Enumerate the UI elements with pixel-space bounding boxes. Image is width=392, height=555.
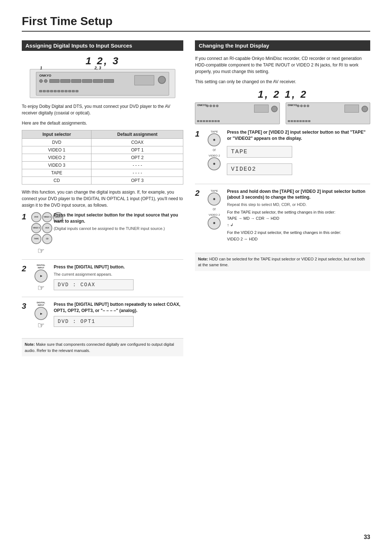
right-receiver-diagrams: ONKYO ONKYO [195,102,370,124]
digital-input-label-1: DIGITALINPUT [37,264,45,269]
dvd-selector-btn[interactable]: DVD [31,212,41,222]
tape-order-label: For the TAPE input selector, the setting… [227,210,335,214]
receiver-display [134,75,154,85]
right-step-nums: 1, 2 1, 2 [195,89,370,100]
recv-brand-r2: ONKYO [288,104,297,106]
right-body-text-2: This setting can only be changed on the … [195,78,370,85]
step-3-icon: DIGITALINPUT ▶ ☞ [32,301,50,329]
table-row: VIDEO 2OPT 2 [22,154,183,162]
hand-press-icon-2: ☞ [37,284,45,292]
left-section-header: Assigning Digital Inputs to Input Source… [22,40,183,51]
recv-display-r1 [254,105,269,113]
recv-brand-r1: ONKYO [197,104,207,106]
recv-knob-r2[interactable] [362,106,368,112]
video2-selector-right-btn[interactable]: ◉ [208,157,221,170]
step-3-title: Press the [DIGITAL INPUT] button repeate… [54,301,183,314]
video2-hold-btn-group: VIDEO 2 ◉ [208,212,221,230]
step-1-number: 1 [22,212,28,222]
hand-press-icon: ☞ [37,246,45,255]
left-body-text-1: To enjoy Dolby Digital and DTS, you must… [22,103,183,116]
digital-input-btn-2[interactable]: ▶ [34,307,48,320]
assignment-table: Input selector Default assignment DVDCOA… [22,130,183,185]
table-row: VIDEO 3- - - - [22,162,183,169]
step-1-icon: DVD VIDEO 1 VIDEO 2 VIDEO 3 AUX TAPE CD … [32,212,50,255]
step-2-icon: DIGITALINPUT ▶ ☞ [32,264,50,292]
table-cell-input: CD [22,177,91,185]
receiver-brand-label: ONKYO [39,74,51,77]
digital-input-label-2: DIGITALINPUT [37,301,45,306]
tape-selector-right-btn[interactable]: ◉ [208,133,221,146]
tape-hold-label: TAPE [211,189,218,193]
left-note-text: Make sure that components connected digi… [25,342,174,353]
right-note-text: HDD can be selected for the TAPE input s… [198,257,365,267]
video2-btn-group: VIDEO 2 ◉ [208,153,221,170]
tape-video-displays: TAPE VIDEO2 [227,144,370,177]
table-row: VIDEO 1OPT 1 [22,146,183,154]
tape-hold-btn[interactable]: ◉ [208,193,221,206]
video2-display: VIDEO2 [227,163,292,175]
step-2-title: Press the [DIGITAL INPUT] button. [54,264,183,270]
right-step-1: 1 TAPE ◉ or VIDEO 2 ◉ Press the [TAPE] o… [195,129,370,184]
table-row: DVDCOAX [22,139,183,146]
or-label-1: or [213,148,216,152]
table-cell-input: TAPE [22,169,91,177]
step-2-content: Press the [DIGITAL INPUT] button. The cu… [54,264,183,292]
recv-display-r2 [344,105,359,113]
right-step-1-number: 1 [195,129,201,139]
right-step-2: 2 TAPE ◉ or VIDEO 2 ◉ Press and hold dow… [195,189,370,248]
right-step-2-number: 2 [195,189,201,198]
hand-press-icon-3: ☞ [37,321,45,329]
table-cell-input: DVD [22,139,91,146]
right-column: Changing the Input Display If you connec… [195,40,370,271]
step-1-sub: (Digital inputs cannot be assigned to th… [54,226,183,231]
table-cell-input: VIDEO 2 [22,154,91,162]
left-step-1: 1 DVD VIDEO 1 VIDEO 2 VIDEO 3 AUX TAPE C… [22,212,183,260]
right-step-2-icon: TAPE ◉ or VIDEO 2 ◉ [205,189,223,230]
tape-arrow-back: ↑ ↲ [227,223,233,227]
step-1-content: Press the input selector button for the … [54,212,183,231]
table-cell-assignment: OPT 1 [91,146,183,154]
video1-selector-btn[interactable]: VIDEO 1 [42,212,52,222]
tape-display: TAPE [227,146,292,158]
right-note-header: Note: [198,257,208,261]
video2-hold-btn[interactable]: ◉ [208,216,221,230]
step-3-number: 3 [22,301,28,311]
page-title: First Time Setup [22,15,370,32]
tape-arrow: TAPE → MD → CDR → HDD [227,216,279,220]
aux-selector-btn[interactable]: AUX [42,223,52,233]
step-3-display: DVD : OPT1 [54,316,134,327]
right-note-box: Note: HDD can be selected for the TAPE i… [195,253,370,271]
video2-order-label: For the VIDEO 2 input selector, the sett… [227,230,341,235]
receiver-volume-knob[interactable] [158,76,166,84]
left-body-text-2: Here are the default assignments. [22,120,183,126]
cd-selector-btn[interactable]: CD [42,234,52,244]
tape-hold-btn-group: TAPE ◉ [208,189,221,206]
video2-hold-label: VIDEO 2 [209,213,220,216]
digital-input-btn-1[interactable]: ▶ [34,270,48,283]
right-step-1-content: Press the [TAPE] or [VIDEO 2] input sele… [227,129,370,179]
step-2-display: DVD : COAX [54,279,134,290]
video2-order-text: For the VIDEO 2 input selector, the sett… [227,230,370,242]
left-note-header: Note: [25,342,35,347]
right-body-text-1: If you connect an RI-capable Onkyo MiniD… [195,55,370,75]
left-step-2: 2 DIGITALINPUT ▶ ☞ Press the [DIGITAL IN… [22,264,183,297]
table-row: TAPE- - - - [22,169,183,177]
page-number: 33 [364,534,370,540]
step-1-title: Press the input selector button for the … [54,212,183,224]
left-note-box: Note: Make sure that components connecte… [22,338,183,356]
table-col-assignment: Default assignment [91,130,183,139]
step-3-content: Press the [DIGITAL INPUT] button repeate… [54,301,183,329]
table-cell-assignment: COAX [91,139,183,146]
left-body-text-3: With this function, you can change the d… [22,189,183,208]
recv-knob-r1[interactable] [271,106,278,112]
left-column: Assigning Digital Inputs to Input Source… [22,40,183,356]
tape-selector-btn[interactable]: TAPE [31,234,41,244]
tape-btn-group: TAPE ◉ [208,129,221,146]
video3-selector-btn[interactable]: VIDEO 3 [31,223,41,233]
table-cell-input: VIDEO 1 [22,146,91,154]
table-row: CDOPT 3 [22,177,183,185]
right-step-2-sub: Repeat this step to select MD, CDR, or H… [227,202,370,207]
right-step-1-icon: TAPE ◉ or VIDEO 2 ◉ [205,129,223,170]
right-receiver-2: ONKYO [286,102,370,124]
right-receiver-1: ONKYO [195,102,279,124]
